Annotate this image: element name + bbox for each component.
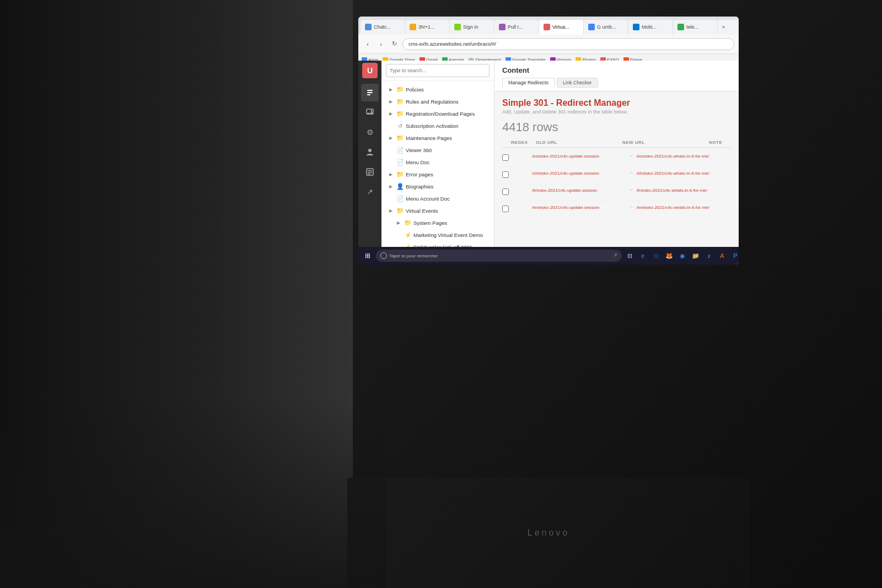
browser-tab-5[interactable]: Virtua... (539, 20, 583, 34)
tree-item-rules[interactable]: ▶ 📁 Rules and Regulations (381, 95, 494, 107)
th-new-url: NEW URL (622, 140, 703, 145)
tree-item-policies[interactable]: ▶ 📁 Policies (381, 83, 494, 95)
browser-tab-6[interactable]: G umb... (584, 20, 628, 34)
laptop: Chatc... 3N+1... Sign in Pull r... Virtu… (347, 0, 882, 588)
tree-item-registration[interactable]: ▶ 📁 Registration/Download Pages (381, 107, 494, 120)
row1-checkbox[interactable] (502, 153, 511, 163)
tree-item-viewer360[interactable]: 📄 Viewer 360 (381, 144, 494, 156)
tree-item-bios[interactable]: ▶ 👤 Biographies (381, 180, 494, 192)
laptop-keyboard: Lenovo (347, 478, 750, 588)
rows-count: 4418 rows (502, 120, 731, 134)
taskbar-ie-icon[interactable]: e (637, 250, 648, 261)
arrow-virtualevents: ▶ (389, 208, 395, 213)
tab-favicon-7 (633, 24, 639, 30)
row3-new-url: /fr/esko-2021/c4c-whats-in-it-for-me/ (637, 187, 732, 193)
th-checkbox-spacer (502, 140, 511, 145)
sidebar-icon-content[interactable] (361, 84, 379, 101)
table-row-1: /es/esko-2021/c4c-update-session → /es/e… (502, 150, 731, 167)
arrow-policies: ▶ (389, 87, 395, 92)
label-marketing: Marketing Virtual Event Demo (413, 232, 483, 238)
taskbar-music-icon[interactable]: ♪ (703, 250, 714, 261)
taskbar-edge-icon[interactable]: ⊙ (650, 250, 662, 261)
row1-new-url: /es/esko-2021/c4c-whats-in-it-for-me/ (637, 153, 732, 159)
tab-favicon-3 (454, 24, 461, 30)
tab-label-5: Virtua... (552, 24, 569, 30)
taskbar-firefox-icon[interactable]: 🦊 (664, 250, 675, 261)
row3-old-url: /fr/esko-2021/c4c-update-session (532, 187, 627, 193)
folder-icon-rules: 📁 (396, 98, 404, 105)
browser-tab-3[interactable]: Sign in (450, 20, 494, 34)
tree-item-error[interactable]: ▶ 📁 Error pages (381, 168, 494, 180)
browser-tab-4[interactable]: Pull r... (494, 20, 539, 34)
taskbar-task-view[interactable]: ⊟ (624, 250, 635, 261)
content-body: Simple 301 - Redirect Manager Add, Updat… (494, 91, 739, 265)
th-regex: REGEX (511, 140, 536, 145)
table-row-4: /en/esko-2021/c4c-update-session → /en/e… (502, 201, 731, 218)
url-text: cms-exfo.azurewebsites.net/umbraco/#/ (408, 41, 496, 47)
th-note: NOTE (709, 140, 731, 145)
tree-item-menudoc[interactable]: 📄 Menu Doc (381, 156, 494, 168)
tab-manage-redirects[interactable]: Manage Redirects (502, 78, 555, 88)
label-bios: Biographies (406, 184, 433, 190)
page-icon-menuaccount: 📄 (396, 195, 404, 202)
redirect-subtitle: Add, Update, and Delete 301 redirects in… (502, 109, 731, 115)
sidebar-icon-forms[interactable] (361, 163, 379, 181)
taskbar-chrome-icon[interactable]: ◉ (677, 250, 688, 261)
browser-tab-2[interactable]: 3N+1... (405, 20, 449, 34)
page-icon-menudoc: 📄 (396, 158, 404, 166)
row4-new-url: /en/esko-2021/c4c-whats-in-it-for-me/ (637, 204, 732, 211)
browser-tab-8[interactable]: tele... (673, 20, 717, 34)
browser-tab-more[interactable]: » (718, 20, 739, 34)
tab-label-6: G umb... (597, 24, 616, 30)
arrow-error: ▶ (389, 172, 395, 177)
content-header: Content Manage Redirects Link Checker (494, 61, 739, 91)
browser-toolbar: ‹ › ↻ cms-exfo.azurewebsites.net/umbraco… (358, 34, 739, 54)
row4-old-url: /en/esko-2021/c4c-update-session (532, 204, 627, 211)
taskbar-folder-icon[interactable]: 📁 (690, 250, 701, 261)
tree-item-maintenance[interactable]: ▶ 📁 Maintenance Pages (381, 132, 494, 144)
address-bar[interactable]: cms-exfo.azurewebsites.net/umbraco/#/ (402, 38, 734, 50)
browser-tab-7[interactable]: Mobi... (628, 20, 673, 34)
search-input[interactable] (386, 64, 490, 77)
taskbar-photoshop-icon[interactable]: P (730, 250, 739, 261)
tab-favicon-8 (677, 24, 684, 30)
sidebar-icon-settings[interactable]: ⚙ (361, 123, 379, 141)
mic-icon[interactable]: 🎤 (612, 253, 617, 258)
tab-link-checker[interactable]: Link Checker (557, 78, 598, 88)
tree-scroll[interactable]: ▶ 📁 Policies ▶ 📁 Rules and Regulations ▶… (381, 81, 494, 265)
row4-checkbox[interactable] (502, 204, 511, 214)
row4-arrow: → (629, 204, 634, 209)
sidebar-icon-media[interactable] (361, 104, 379, 121)
tree-item-systempages[interactable]: ▶ 📁 System Pages (381, 217, 494, 229)
label-viewer360: Viewer 360 (406, 147, 432, 153)
th-arrow-spacer (617, 140, 622, 145)
sidebar-icon-users[interactable] (361, 143, 379, 161)
label-registration: Registration/Download Pages (406, 111, 475, 117)
row3-checkbox[interactable] (502, 187, 511, 197)
label-menudoc: Menu Doc (406, 159, 429, 165)
taskbar-search[interactable]: Taper ici pour rechercher 🎤 (376, 250, 622, 262)
svg-rect-9 (368, 174, 370, 175)
start-button[interactable]: ⊞ (362, 250, 374, 262)
redirect-manager-title: Simple 301 - Redirect Manager (502, 98, 731, 108)
browser-tab-1[interactable]: Chatc... (361, 20, 405, 34)
tree-item-marketing[interactable]: ⚡ Marketing Virtual Event Demo (381, 229, 494, 241)
sidebar-icon-deploy[interactable]: ↗ (361, 183, 379, 201)
tab-favicon-1 (365, 24, 372, 30)
back-button[interactable]: ‹ (363, 39, 373, 49)
tree-item-menuaccount[interactable]: 📄 Menu Account Doc (381, 192, 494, 204)
taskbar-illustrator-icon[interactable]: A (717, 250, 728, 261)
row2-new-url: /zh/esko-2021/c4c-whats-in-it-for-me/ (637, 170, 732, 176)
tab-favicon-6 (588, 24, 595, 30)
row2-checkbox[interactable] (502, 170, 511, 180)
app-logo[interactable]: U (362, 63, 378, 78)
reload-button[interactable]: ↻ (389, 39, 399, 49)
tree-item-virtualevents[interactable]: ▶ 📁 Virtual Events (381, 204, 494, 217)
label-menuaccount: Menu Account Doc (406, 196, 450, 202)
tree-item-subscription[interactable]: ↺ Subscription Activation (381, 120, 494, 132)
forward-button[interactable]: › (376, 39, 386, 49)
tree-panel: ▶ 📁 Policies ▶ 📁 Rules and Regulations ▶… (381, 61, 494, 265)
taskbar-search-text: Taper ici pour rechercher (389, 253, 438, 258)
page-icon-viewer360: 📄 (396, 146, 404, 154)
svg-rect-8 (368, 172, 372, 173)
